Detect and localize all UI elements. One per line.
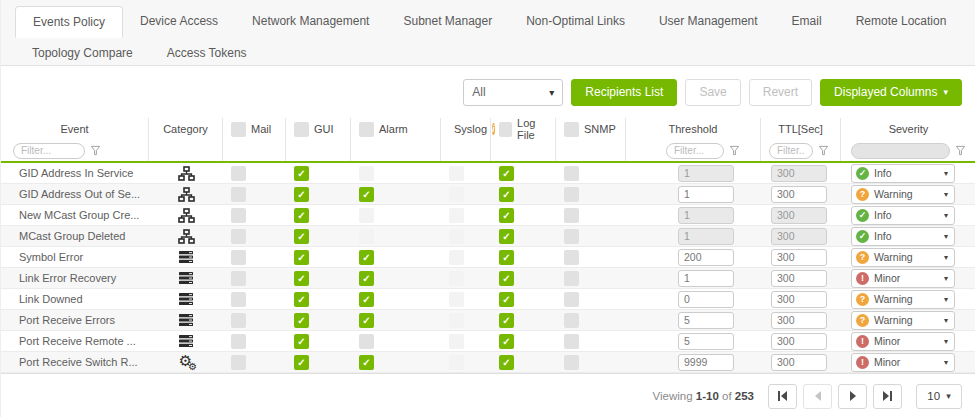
tab-remote-location[interactable]: Remote Location (839, 6, 964, 38)
log-file-checkbox[interactable] (499, 271, 514, 286)
snmp-checkbox[interactable] (564, 166, 579, 181)
filter-funnel-icon[interactable] (90, 142, 101, 160)
severity-select[interactable]: Minor▾ (851, 332, 955, 351)
syslog-checkbox[interactable] (449, 313, 464, 328)
severity-select[interactable]: Info▾ (851, 164, 955, 183)
threshold-input[interactable] (678, 207, 734, 224)
syslog-checkbox[interactable] (449, 355, 464, 370)
log-file-checkbox[interactable] (499, 355, 514, 370)
ttl-input[interactable] (771, 270, 827, 287)
gui-checkbox[interactable] (294, 229, 309, 244)
ttl-input[interactable] (771, 291, 827, 308)
severity-select[interactable]: Warning▾ (851, 311, 955, 330)
threshold-input[interactable] (678, 270, 734, 287)
page-size-select[interactable]: 10 ▾ (916, 384, 962, 409)
alarm-checkbox[interactable] (359, 166, 374, 181)
tab-topology-compare[interactable]: Topology Compare (15, 38, 150, 68)
alarm-checkbox[interactable] (359, 187, 374, 202)
last-page-button[interactable] (873, 384, 902, 409)
select-all-log-file-checkbox[interactable] (499, 122, 512, 137)
gui-checkbox[interactable] (294, 355, 309, 370)
threshold-filter-input[interactable] (666, 143, 724, 159)
snmp-checkbox[interactable] (564, 313, 579, 328)
displayed-columns-button[interactable]: Displayed Columns ▾ (820, 79, 962, 106)
filter-funnel-icon[interactable] (818, 142, 829, 160)
gui-checkbox[interactable] (294, 187, 309, 202)
severity-filter-select[interactable] (851, 143, 950, 159)
mail-checkbox[interactable] (231, 334, 246, 349)
gui-checkbox[interactable] (294, 166, 309, 181)
syslog-checkbox[interactable] (449, 250, 464, 265)
mail-checkbox[interactable] (231, 292, 246, 307)
ttl-input[interactable] (771, 207, 827, 224)
select-all-mail-checkbox[interactable] (231, 122, 246, 137)
alarm-checkbox[interactable] (359, 229, 374, 244)
mail-checkbox[interactable] (231, 271, 246, 286)
select-all-snmp-checkbox[interactable] (564, 122, 579, 137)
threshold-input[interactable] (678, 291, 734, 308)
log-file-checkbox[interactable] (499, 229, 514, 244)
syslog-checkbox[interactable] (449, 229, 464, 244)
alarm-checkbox[interactable] (359, 292, 374, 307)
alarm-checkbox[interactable] (359, 334, 374, 349)
log-file-checkbox[interactable] (499, 166, 514, 181)
log-file-checkbox[interactable] (499, 250, 514, 265)
syslog-checkbox[interactable] (449, 187, 464, 202)
filter-funnel-icon[interactable] (729, 142, 740, 160)
severity-select[interactable]: Minor▾ (851, 269, 955, 288)
mail-checkbox[interactable] (231, 166, 246, 181)
save-button[interactable]: Save (685, 79, 740, 106)
tab-non-optimal-links[interactable]: Non-Optimal Links (509, 6, 642, 38)
syslog-checkbox[interactable] (449, 166, 464, 181)
tab-email[interactable]: Email (775, 6, 839, 38)
tab-user-management[interactable]: User Management (642, 6, 775, 38)
ttl-input[interactable] (771, 354, 827, 371)
tab-access-tokens[interactable]: Access Tokens (150, 38, 264, 68)
recipients-list-button[interactable]: Recipients List (571, 79, 677, 106)
ttl-input[interactable] (771, 165, 827, 182)
gui-checkbox[interactable] (294, 292, 309, 307)
alarm-checkbox[interactable] (359, 355, 374, 370)
alarm-checkbox[interactable] (359, 208, 374, 223)
severity-select[interactable]: Info▾ (851, 227, 955, 246)
alarm-checkbox[interactable] (359, 250, 374, 265)
tab-subnet-manager[interactable]: Subnet Manager (386, 6, 509, 38)
threshold-input[interactable] (678, 186, 734, 203)
snmp-checkbox[interactable] (564, 229, 579, 244)
snmp-checkbox[interactable] (564, 334, 579, 349)
ttl-input[interactable] (771, 333, 827, 350)
select-all-alarm-checkbox[interactable] (359, 122, 374, 137)
select-all-gui-checkbox[interactable] (294, 122, 309, 137)
threshold-input[interactable] (678, 249, 734, 266)
ttl-filter-input[interactable] (769, 143, 813, 159)
log-file-checkbox[interactable] (499, 292, 514, 307)
snmp-checkbox[interactable] (564, 292, 579, 307)
filter-funnel-icon[interactable] (955, 142, 966, 160)
previous-page-button[interactable] (803, 384, 832, 409)
alarm-checkbox[interactable] (359, 271, 374, 286)
severity-select[interactable]: Warning▾ (851, 185, 955, 204)
gui-checkbox[interactable] (294, 334, 309, 349)
ttl-input[interactable] (771, 312, 827, 329)
syslog-checkbox[interactable] (449, 334, 464, 349)
ttl-input[interactable] (771, 249, 827, 266)
mail-checkbox[interactable] (231, 187, 246, 202)
syslog-checkbox[interactable] (449, 271, 464, 286)
mail-checkbox[interactable] (231, 208, 246, 223)
mail-checkbox[interactable] (231, 250, 246, 265)
gui-checkbox[interactable] (294, 208, 309, 223)
mail-checkbox[interactable] (231, 355, 246, 370)
snmp-checkbox[interactable] (564, 208, 579, 223)
gui-checkbox[interactable] (294, 250, 309, 265)
threshold-input[interactable] (678, 354, 734, 371)
event-filter-input[interactable] (13, 143, 85, 159)
next-page-button[interactable] (838, 384, 867, 409)
syslog-checkbox[interactable] (449, 292, 464, 307)
ttl-input[interactable] (771, 186, 827, 203)
snmp-checkbox[interactable] (564, 250, 579, 265)
severity-select[interactable]: Info▾ (851, 206, 955, 225)
threshold-input[interactable] (678, 312, 734, 329)
log-file-checkbox[interactable] (499, 313, 514, 328)
log-file-checkbox[interactable] (499, 334, 514, 349)
tab-events-policy[interactable]: Events Policy (15, 6, 123, 38)
